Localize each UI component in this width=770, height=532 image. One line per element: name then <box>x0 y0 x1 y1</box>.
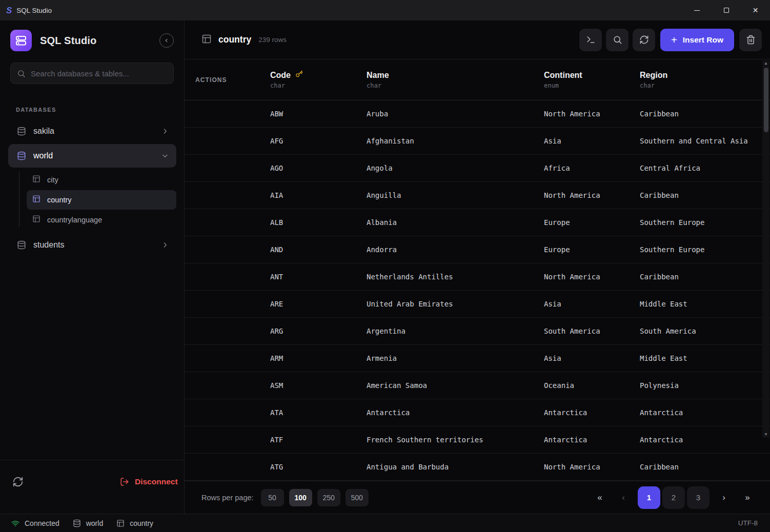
sidebar-item-sakila[interactable]: sakila <box>8 119 176 143</box>
vertical-scrollbar[interactable]: ▲ ▼ <box>762 60 769 438</box>
cell-continent[interactable]: North America <box>544 110 640 118</box>
cell-continent[interactable]: North America <box>544 463 640 471</box>
table-row[interactable]: ANT Netherlands Antilles North America C… <box>185 263 770 291</box>
cell-region[interactable]: Polynesia <box>640 381 770 390</box>
cell-continent[interactable]: North America <box>544 273 640 281</box>
cell-name[interactable]: Antarctica <box>367 408 544 417</box>
cell-name[interactable]: Argentina <box>367 327 544 335</box>
previous-page-button[interactable]: ‹ <box>613 487 634 508</box>
table-row[interactable]: ARE United Arab Emirates Asia Middle Eas… <box>185 291 770 318</box>
search-input[interactable] <box>31 69 167 78</box>
table-row[interactable]: ALB Albania Europe Southern Europe <box>185 209 770 236</box>
refresh-databases-button[interactable] <box>12 476 24 487</box>
cell-continent[interactable]: South America <box>544 327 640 335</box>
table-row[interactable]: ATG Antigua and Barbuda North America Ca… <box>185 454 770 481</box>
cell-continent[interactable]: Africa <box>544 164 640 172</box>
column-header-name[interactable]: Name char <box>367 71 544 89</box>
table-row[interactable]: ARG Argentina South America South Americ… <box>185 318 770 345</box>
table-row[interactable]: AGO Angola Africa Central Africa <box>185 155 770 182</box>
sidebar-search[interactable] <box>10 63 174 84</box>
table-row[interactable]: ABW Aruba North America Caribbean <box>185 100 770 128</box>
page-button-1[interactable]: 1 <box>638 486 660 509</box>
cell-continent[interactable]: Asia <box>544 137 640 145</box>
delete-rows-button[interactable] <box>739 29 762 51</box>
close-button[interactable]: ✕ <box>741 0 770 21</box>
cell-name[interactable]: French Southern territories <box>367 436 544 444</box>
column-header-code[interactable]: Code char <box>270 70 367 89</box>
cell-continent[interactable]: Europe <box>544 245 640 254</box>
cell-code[interactable]: ABW <box>270 110 367 118</box>
cell-region[interactable]: Antarctica <box>640 408 770 417</box>
cell-code[interactable]: ASM <box>270 381 367 390</box>
column-header-region[interactable]: Region char <box>640 71 770 89</box>
cell-code[interactable]: ATA <box>270 408 367 417</box>
table-row[interactable]: AIA Anguilla North America Caribbean <box>185 182 770 209</box>
sidebar-item-students[interactable]: students <box>8 233 176 257</box>
cell-name[interactable]: Aruba <box>367 110 544 118</box>
cell-continent[interactable]: Oceania <box>544 381 640 390</box>
cell-region[interactable]: Antarctica <box>640 436 770 444</box>
cell-code[interactable]: AIA <box>270 191 367 199</box>
cell-code[interactable]: ARG <box>270 327 367 335</box>
cell-region[interactable]: Caribbean <box>640 191 770 199</box>
sidebar-item-table-city[interactable]: city <box>27 170 176 190</box>
cell-continent[interactable]: Asia <box>544 300 640 308</box>
sidebar-item-table-country[interactable]: country <box>27 190 176 210</box>
cell-code[interactable]: AGO <box>270 164 367 172</box>
table-row[interactable]: ATF French Southern territories Antarcti… <box>185 426 770 454</box>
cell-name[interactable]: Angola <box>367 164 544 172</box>
cell-region[interactable]: Caribbean <box>640 463 770 471</box>
table-row[interactable]: ASM American Samoa Oceania Polynesia <box>185 372 770 399</box>
cell-continent[interactable]: Asia <box>544 354 640 362</box>
cell-name[interactable]: Afghanistan <box>367 137 544 145</box>
scroll-down-icon[interactable]: ▼ <box>764 432 768 438</box>
cell-name[interactable]: Anguilla <box>367 191 544 199</box>
cell-code[interactable]: ATG <box>270 463 367 471</box>
rows-per-page-option-500[interactable]: 500 <box>346 489 369 506</box>
column-header-continent[interactable]: Continent enum <box>544 71 640 89</box>
sidebar-item-world[interactable]: world <box>8 144 176 168</box>
cell-continent[interactable]: North America <box>544 191 640 199</box>
cell-code[interactable]: AFG <box>270 137 367 145</box>
table-row[interactable]: AFG Afghanistan Asia Southern and Centra… <box>185 128 770 155</box>
cell-code[interactable]: ARM <box>270 354 367 362</box>
cell-region[interactable]: Southern Europe <box>640 218 770 227</box>
cell-region[interactable]: Southern Europe <box>640 245 770 254</box>
cell-region[interactable]: South America <box>640 327 770 335</box>
sidebar-item-table-countrylanguage[interactable]: countrylanguage <box>27 210 176 230</box>
next-page-button[interactable]: › <box>714 487 734 508</box>
cell-region[interactable]: Southern and Central Asia <box>640 137 770 145</box>
cell-name[interactable]: Armenia <box>367 354 544 362</box>
insert-row-button[interactable]: + Insert Row <box>660 29 734 51</box>
page-button-2[interactable]: 2 <box>662 486 685 509</box>
cell-code[interactable]: AND <box>270 245 367 254</box>
cell-name[interactable]: Antigua and Barbuda <box>367 463 544 471</box>
cell-region[interactable]: Central Africa <box>640 164 770 172</box>
minimize-button[interactable] <box>682 0 712 21</box>
cell-code[interactable]: ALB <box>270 218 367 227</box>
cell-name[interactable]: Netherlands Antilles <box>367 273 544 281</box>
sql-console-button[interactable] <box>579 29 602 51</box>
rows-per-page-option-50[interactable]: 50 <box>261 489 284 506</box>
disconnect-button[interactable]: Disconnect <box>120 477 178 486</box>
cell-continent[interactable]: Europe <box>544 218 640 227</box>
refresh-table-button[interactable] <box>633 29 655 51</box>
page-button-3[interactable]: 3 <box>687 486 710 509</box>
search-table-button[interactable] <box>606 29 629 51</box>
last-page-button[interactable]: » <box>737 487 758 508</box>
cell-name[interactable]: Andorra <box>367 245 544 254</box>
first-page-button[interactable]: « <box>590 487 610 508</box>
cell-name[interactable]: United Arab Emirates <box>367 300 544 308</box>
cell-region[interactable]: Caribbean <box>640 273 770 281</box>
cell-region[interactable]: Caribbean <box>640 110 770 118</box>
maximize-button[interactable] <box>712 0 741 21</box>
table-row[interactable]: AND Andorra Europe Southern Europe <box>185 236 770 263</box>
cell-name[interactable]: American Samoa <box>367 381 544 390</box>
cell-region[interactable]: Middle East <box>640 354 770 362</box>
cell-code[interactable]: ATF <box>270 436 367 444</box>
scroll-up-icon[interactable]: ▲ <box>764 60 768 67</box>
cell-name[interactable]: Albania <box>367 218 544 227</box>
cell-code[interactable]: ANT <box>270 273 367 281</box>
cell-code[interactable]: ARE <box>270 300 367 308</box>
cell-continent[interactable]: Antarctica <box>544 436 640 444</box>
